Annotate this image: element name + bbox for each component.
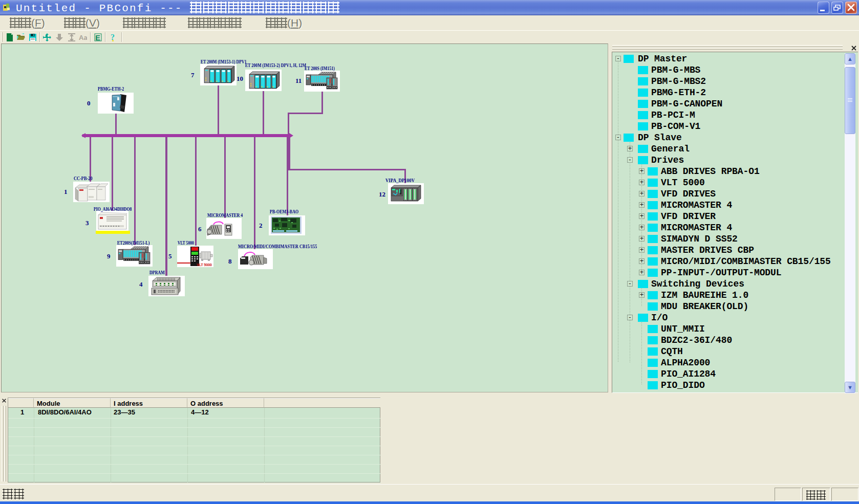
svg-text:VLT 5000: VLT 5000	[197, 262, 212, 267]
svg-text:E: E	[95, 33, 100, 41]
svg-text:Aa: Aa	[79, 34, 87, 41]
